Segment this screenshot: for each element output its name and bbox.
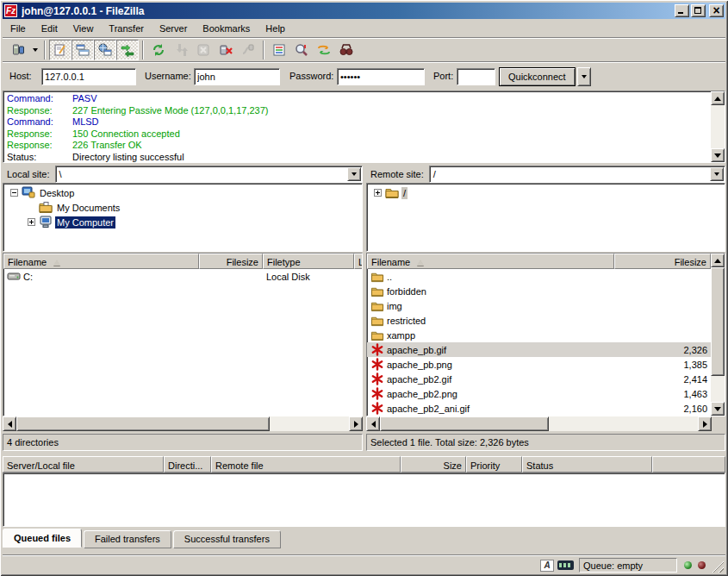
reconnect-button[interactable] [237, 40, 259, 60]
remote-file-row[interactable]: apache_pb.gif 2,326 [367, 342, 725, 357]
remote-file-row[interactable]: apache_pb2.gif 2,414 [367, 372, 725, 386]
local-site-combo-dropdown[interactable] [347, 167, 361, 181]
queue-tab[interactable]: Queued files [3, 529, 82, 548]
local-list-hscrollbar[interactable] [3, 416, 363, 431]
speed-limit-indicator-icon [557, 560, 574, 570]
expand-icon[interactable] [374, 189, 382, 197]
toggle-local-tree-button[interactable] [72, 40, 94, 60]
site-manager-icon [11, 43, 26, 57]
menu-item[interactable]: Help [258, 22, 293, 35]
menu-item[interactable]: View [65, 22, 102, 35]
column-header-filesize[interactable]: Filesize [199, 254, 263, 269]
filezilla-window: Fz john@127.0.0.1 - FileZilla FileEditVi… [0, 0, 728, 576]
remote-file-row[interactable]: apache_pb.png 1,385 [367, 357, 725, 372]
tree-item-my-documents[interactable]: My Documents [3, 200, 362, 215]
column-header-filesize[interactable]: Filesize [614, 254, 711, 269]
log-line-label: Status: [7, 152, 72, 164]
local-file-row[interactable]: C: Local Disk [3, 269, 362, 284]
close-button[interactable] [709, 4, 724, 17]
directory-listing-filters-button[interactable] [268, 40, 290, 60]
resize-grip[interactable] [712, 560, 724, 573]
remote-file-row[interactable]: apache_pb2.png 1,463 [367, 386, 725, 401]
column-header-status[interactable]: Status [522, 456, 652, 473]
directory-comparison-button[interactable] [290, 40, 313, 60]
port-input[interactable] [457, 68, 495, 85]
queue-tab[interactable]: Failed transfers [84, 530, 171, 548]
minimize-button[interactable] [675, 4, 689, 17]
scrollbar-thumb[interactable] [16, 416, 270, 431]
local-site-combo[interactable]: \ [55, 166, 363, 183]
toolbar-separator [263, 41, 264, 59]
tree-item-desktop[interactable]: Desktop [3, 185, 362, 200]
column-header-filename[interactable]: Filename [3, 254, 199, 269]
scrollbar-thumb[interactable] [711, 267, 725, 376]
refresh-icon [152, 43, 165, 57]
process-queue-button[interactable] [170, 40, 192, 60]
menu-item[interactable]: File [3, 22, 34, 35]
column-header-filename[interactable]: Filename [367, 254, 614, 269]
message-log: Command: PASV Response: 227 Entering Pas… [3, 91, 725, 163]
file-name: forbidden [387, 286, 426, 297]
file-name: apache_pb.gif [387, 345, 446, 355]
remote-list-hscrollbar[interactable] [366, 416, 712, 431]
send-led-icon [698, 561, 706, 569]
toggle-message-log-button[interactable] [49, 40, 72, 60]
scrollbar-thumb[interactable] [380, 416, 549, 431]
remote-file-row[interactable]: .. [367, 269, 725, 284]
site-manager-button[interactable] [7, 40, 29, 60]
my-computer-icon [39, 216, 53, 229]
quickconnect-dropdown-button[interactable] [577, 67, 591, 86]
remote-file-row[interactable]: restricted [367, 313, 725, 328]
queue-list [3, 473, 725, 527]
host-input[interactable] [41, 68, 136, 85]
local-file-list-header: Filename Filesize Filetype L [3, 254, 362, 269]
tree-item-root[interactable]: / [367, 185, 725, 200]
refresh-button[interactable] [147, 40, 170, 60]
username-input[interactable] [194, 68, 280, 85]
log-line-text: 226 Transfer OK [72, 140, 142, 152]
column-header-server-local-file[interactable]: Server/Local file [3, 456, 164, 473]
file-name: img [387, 301, 402, 311]
menu-item[interactable]: Edit [34, 22, 65, 35]
password-input[interactable] [337, 68, 425, 85]
my-documents-icon [39, 201, 53, 214]
remote-site-combo-dropdown[interactable] [710, 167, 724, 181]
collapse-icon[interactable] [10, 189, 18, 197]
log-scrollbar[interactable] [711, 91, 725, 162]
remote-file-row[interactable]: forbidden [367, 284, 725, 298]
column-header-filetype[interactable]: Filetype [263, 254, 354, 269]
toggle-remote-tree-button[interactable] [94, 40, 116, 60]
file-size: 2,414 [614, 374, 711, 385]
log-line: Command: MLSD [3, 116, 725, 128]
cancel-operation-button[interactable] [192, 40, 215, 60]
scroll-down-icon [714, 153, 721, 158]
remote-list-vscrollbar[interactable] [711, 254, 725, 416]
remote-file-row[interactable]: xampp [367, 328, 725, 342]
quickconnect-bar: Host: Username: Password: Port: Quickcon… [3, 61, 725, 90]
menu-item[interactable]: Bookmarks [195, 22, 258, 35]
toggle-transfer-queue-button[interactable] [116, 40, 139, 60]
remote-site-combo[interactable]: / [429, 166, 725, 183]
column-header-direction[interactable]: Directi... [164, 456, 211, 473]
disconnect-button[interactable] [215, 40, 237, 60]
column-header-size[interactable]: Size [401, 456, 466, 473]
file-name: .. [387, 272, 392, 282]
tree-item-my-computer[interactable]: My Computer [3, 215, 362, 229]
toolbar [3, 37, 725, 61]
find-files-button[interactable] [335, 40, 358, 60]
synchronized-browsing-button[interactable] [313, 40, 335, 60]
minimize-icon [675, 5, 688, 16]
remote-file-row[interactable]: apache_pb2_ani.gif 2,160 [367, 401, 725, 416]
menu-item[interactable]: Transfer [101, 22, 152, 35]
remote-file-row[interactable]: img [367, 298, 725, 313]
quickconnect-button[interactable]: Quickconnect [499, 67, 576, 86]
column-header-remote-file[interactable]: Remote file [211, 456, 401, 473]
folder-icon [370, 329, 385, 341]
expand-icon[interactable] [28, 218, 35, 226]
menu-item[interactable]: Server [152, 22, 195, 35]
column-header-priority[interactable]: Priority [466, 456, 522, 473]
maximize-button[interactable] [691, 4, 706, 17]
site-manager-dropdown-button[interactable] [29, 40, 40, 60]
column-header-last-modified[interactable]: L [354, 254, 363, 269]
queue-tab[interactable]: Successful transfers [173, 530, 281, 548]
